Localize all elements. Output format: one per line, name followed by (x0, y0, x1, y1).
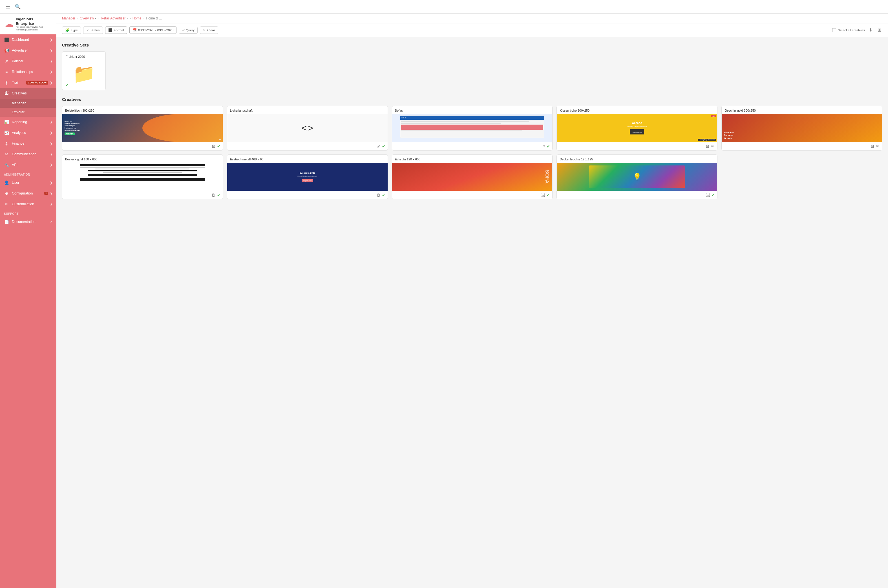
creative-card-beistelltisch[interactable]: Beistelltisch 300x250 MEET UPPartner Mar… (62, 106, 223, 150)
filter-clear-label: Clear (207, 28, 215, 32)
user-icon: 👤 (4, 180, 9, 185)
logo-text: W (219, 138, 221, 140)
creative-card-preview (392, 114, 552, 142)
download-button[interactable]: ⬇ (868, 26, 874, 34)
breadcrumb-retailadvertiser[interactable]: Retail Advertiser ▾ (101, 16, 128, 20)
sidebar-item-relationships[interactable]: ≡ Relationships ❯ (0, 66, 56, 77)
besteck-bar-thin (103, 172, 182, 173)
creatives-icon: 🖼 (4, 91, 9, 96)
communication-icon: ✉ (4, 152, 9, 156)
creative-card-licherlandschaft[interactable]: Licherlandschaft < > ⤢ ✔ (227, 106, 388, 150)
creative-sets-title: Creative Sets (62, 43, 882, 47)
creative-card-esstisch[interactable]: Esstisch metall 468 x 60 Events in 2020 … (227, 154, 388, 199)
chevron-icon: ❯ (50, 70, 52, 74)
filter-query[interactable]: Tr Query (179, 27, 198, 33)
sidebar-item-analytics[interactable]: 📈 Analytics ❯ (0, 128, 56, 138)
check-icon: ✔ (711, 193, 715, 197)
brand-tagline: For Business Analytics And Marketing Aut… (16, 26, 52, 31)
breadcrumb-overview[interactable]: Overview ▾ (80, 16, 96, 20)
sidebar-item-label: Trail (12, 81, 19, 85)
creative-card-preview: < > (227, 114, 388, 142)
sidebar-item-documentation[interactable]: 📄 Documentation ↗ (0, 216, 56, 227)
geschirr-preview: BusinessPartnersGrowth (722, 114, 882, 142)
folder-icon: 📁 (73, 63, 95, 85)
sidebar-logo: ☁ Ingenious Enterprise For Business Anal… (0, 14, 56, 34)
sidebar-item-advertiser[interactable]: 📢 Advertiser ❯ (0, 45, 56, 56)
creative-set-folder-icon: 📁 (66, 61, 102, 87)
creative-card-footer: 🖼 ✔ (557, 191, 717, 199)
sidebar-item-api[interactable]: 🔧 API ❯ (0, 159, 56, 170)
creative-card-preview (62, 163, 223, 191)
sidebar-item-trail[interactable]: ◎ Trail COMING SOON ❯ (0, 77, 56, 88)
sidebar-item-label: Analytics (12, 131, 26, 135)
geschirr-text: BusinessPartnersGrowth (724, 131, 734, 140)
menu-icon[interactable]: ☰ (6, 4, 10, 10)
esstisch-text: Events in 2020 (299, 172, 315, 174)
filter-bar: 🧩 Type ✓ Status ⬛ Format 📅 03/19/2020 - … (56, 23, 888, 37)
creative-card-deckenleuchte[interactable]: Deckenleuchte 125x125 💡 🖼 ✔ (556, 154, 717, 199)
expand-icon: ⤢ (377, 144, 380, 148)
filter-type[interactable]: 🧩 Type (62, 27, 81, 34)
advertiser-icon: 📢 (4, 48, 9, 53)
creative-sets-grid: Frühjahr 2020 📁 ✔ (62, 51, 882, 90)
sidebar-subitem-label: Manager (12, 101, 26, 105)
sidebar-item-customization[interactable]: ✏ Customization ❯ (0, 199, 56, 209)
content-bar (401, 130, 522, 131)
creative-card-kissen[interactable]: Kissen boho 300x250 NEW Accado Landing P… (556, 106, 717, 150)
sidebar: ☁ Ingenious Enterprise For Business Anal… (0, 14, 56, 588)
sidebar-subitem-label: Explorer (12, 110, 24, 114)
sidebar-subitem-manager[interactable]: Manager (0, 99, 56, 108)
creative-card-ecksofa[interactable]: Ecksofa 120 x 600 SOFA 🖼 ✔ (392, 154, 553, 199)
top-bar: ☰ 🔍 (0, 0, 888, 14)
dropdown-arrow-icon: ▾ (127, 17, 128, 20)
coming-soon-badge: COMING SOON (26, 81, 48, 85)
image-icon: 🖼 (212, 144, 215, 148)
esstisch-preview: Events in 2020 Event Marketing Solutions… (227, 163, 388, 191)
creative-card-besteck[interactable]: Besteck gold 160 x 600 (62, 154, 223, 199)
creative-card-geschirr[interactable]: Geschirr gold 300x250 BusinessPartnersGr… (722, 106, 882, 150)
creative-card-title: Geschirr gold 300x250 (722, 106, 882, 114)
sidebar-item-configuration[interactable]: ⚙ Configuration 1 ❯ (0, 188, 56, 199)
filter-clear[interactable]: ✕ Clear (200, 27, 218, 34)
chevron-icon: ❯ (50, 153, 52, 156)
chevron-icon: ❯ (50, 142, 52, 146)
sidebar-item-partner[interactable]: ↗ Partner ❯ (0, 56, 56, 66)
sidebar-item-user[interactable]: 👤 User ❯ (0, 177, 56, 188)
format-icon: ⬛ (108, 28, 112, 32)
sidebar-item-dashboard[interactable]: ⬛ Dashboard ❯ (0, 34, 56, 45)
check-icon: ✔ (217, 193, 220, 197)
creative-set-card[interactable]: Frühjahr 2020 📁 ✔ (62, 51, 106, 90)
sidebar-subitem-explorer[interactable]: Explorer (0, 108, 56, 117)
register-btn: REGISTER (64, 132, 75, 135)
chevron-icon: ❯ (50, 49, 52, 52)
filter-date[interactable]: 📅 03/19/2020 - 03/19/2020 (129, 27, 177, 34)
sidebar-item-creatives[interactable]: 🖼 Creatives (0, 88, 56, 99)
partner-icon: ↗ (4, 59, 9, 63)
filter-format[interactable]: ⬛ Format (105, 27, 127, 34)
search-icon[interactable]: 🔍 (15, 4, 21, 10)
grid-view-button[interactable]: ⊞ (876, 26, 882, 34)
sidebar-item-finance[interactable]: ◎ Finance ❯ (0, 138, 56, 149)
creative-card-title: Esstisch metall 468 x 60 (227, 155, 388, 163)
preview-meetup: MEET UPPartner Marketing –als wichtigesI… (62, 114, 223, 142)
meetup-text: MEET UPPartner Marketing –als wichtigesI… (64, 121, 80, 132)
select-all-checkbox[interactable] (832, 28, 836, 32)
sidebar-item-label: Finance (12, 141, 24, 146)
preview-code: < > (302, 123, 313, 134)
nav-dot (403, 117, 404, 118)
breadcrumb-home[interactable]: Home (132, 16, 141, 20)
select-all-label[interactable]: Select all creatives (832, 28, 865, 32)
breadcrumb-manager[interactable]: Manager (62, 16, 75, 20)
text-icon: Tr (542, 144, 545, 148)
pink-block (401, 124, 543, 130)
creative-set-name: Frühjahr 2020 (66, 55, 102, 58)
creative-card-preview: BusinessPartnersGrowth (722, 114, 882, 142)
sidebar-item-reporting[interactable]: 📊 Reporting ❯ (0, 117, 56, 128)
filter-date-label: 03/19/2020 - 03/19/2020 (138, 28, 173, 32)
filter-format-label: Format (114, 28, 124, 32)
image-icon: 🖼 (541, 193, 545, 197)
creative-card-sofas[interactable]: Sofas (392, 106, 553, 150)
sidebar-item-communication[interactable]: ✉ Communication ❯ (0, 149, 56, 159)
filter-status[interactable]: ✓ Status (83, 27, 103, 34)
hidden-icon: 👁 (711, 144, 715, 148)
